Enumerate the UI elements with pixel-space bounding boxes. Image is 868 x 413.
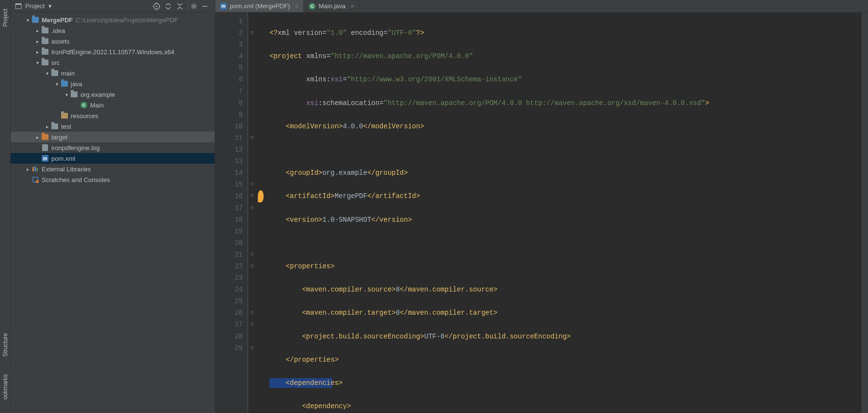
tree-item-assets[interactable]: ▸ assets (11, 36, 215, 46)
tree-item-java[interactable]: ▾ java (11, 78, 215, 89)
tree-item-test[interactable]: ▸ test (11, 121, 215, 132)
project-panel: Project ▾ ▾ MergePDF (11, 0, 215, 413)
code-token: xml version (278, 29, 322, 37)
code-token: <modelVersion> (269, 122, 343, 130)
project-tool-button[interactable]: Project (2, 5, 9, 31)
tree-item-src[interactable]: ▾ src (11, 57, 215, 68)
code-token: "1.0" (327, 29, 347, 37)
target-icon[interactable] (151, 0, 162, 12)
svg-rect-0 (16, 4, 21, 9)
structure-tool-button[interactable]: Structure (2, 329, 9, 361)
code-token: xmlns (306, 52, 327, 60)
code-token: <maven.compiler.source> (269, 286, 395, 293)
editor-body[interactable]: 1234567891011121314151617181920212223242… (215, 13, 868, 413)
code-token: </maven.compiler.source> (400, 286, 498, 293)
file-icon (41, 144, 49, 151)
class-icon: C (309, 3, 316, 10)
tree-item-package[interactable]: ▾ org.example (11, 89, 215, 100)
project-view-icon[interactable] (15, 2, 22, 10)
close-icon[interactable]: × (295, 2, 299, 10)
fold-column[interactable]: ⊟⊟⊡⊟⊟⊡⊟⊡⊡⊡ (248, 13, 256, 413)
settings-icon[interactable] (188, 0, 199, 12)
chevron-right-icon[interactable]: ▸ (34, 135, 41, 140)
tree-item-ironengine[interactable]: ▸ IronPdfEngine.2022.11.10577.Windows.x6… (11, 46, 215, 57)
chevron-right-icon[interactable]: ▸ (34, 49, 41, 55)
code-token: org.example (322, 169, 367, 177)
tree-label: External Libraries (42, 166, 91, 173)
svg-point-14 (36, 180, 39, 183)
tree-label: .idea (51, 27, 65, 34)
chevron-right-icon[interactable]: ▸ (44, 124, 50, 129)
tree-item-main[interactable]: ▾ main (11, 68, 215, 78)
code-token: <? (269, 29, 278, 37)
code-token: 8 (395, 286, 399, 293)
collapse-all-icon[interactable] (174, 0, 186, 12)
code-token: "UTF-8" (388, 29, 416, 37)
tree-label: java (71, 80, 82, 88)
code-token: encoding (347, 29, 384, 37)
error-stripe[interactable] (861, 13, 868, 413)
code-token: xmlns: (269, 76, 331, 83)
tree-item-log[interactable]: ironpdfengine.log (11, 142, 215, 153)
tree-item-resources[interactable]: resources (11, 110, 215, 121)
code-token: MergePDF (334, 192, 367, 200)
svg-rect-10 (32, 167, 34, 171)
tab-main-java[interactable]: C Main.java × (304, 0, 360, 12)
code-token: <properties> (269, 262, 334, 270)
folder-icon (50, 123, 59, 129)
chevron-right-icon[interactable]: ▸ (34, 28, 41, 33)
tree-label: IronPdfEngine.2022.11.10577.Windows.x64 (51, 48, 174, 56)
tree-label: assets (51, 38, 70, 45)
svg-point-3 (156, 5, 158, 7)
close-icon[interactable]: × (350, 2, 354, 10)
chevron-right-icon[interactable]: ▸ (34, 39, 41, 44)
hide-panel-icon[interactable] (199, 0, 211, 12)
expand-all-icon[interactable] (162, 0, 174, 12)
chevron-down-icon[interactable]: ▾ (53, 81, 60, 87)
chevron-down-icon[interactable]: ▾ (24, 17, 31, 23)
svg-point-8 (193, 5, 195, 7)
code-token: = (327, 52, 331, 60)
tree-item-pom[interactable]: m pom.xml (11, 153, 215, 164)
code-token (269, 99, 306, 107)
libraries-icon (31, 166, 40, 172)
chevron-down-icon[interactable]: ▾ (63, 92, 70, 97)
tree-item-idea[interactable]: ▸ .idea (11, 25, 215, 36)
maven-icon: m (41, 155, 49, 162)
code-token: <version> (269, 216, 322, 224)
bookmarks-tool-button[interactable]: ookmarks (2, 370, 9, 403)
excluded-folder-icon (41, 134, 49, 140)
tab-pom[interactable]: m pom.xml (MergePDF) × (215, 0, 304, 12)
folder-icon (41, 28, 49, 33)
intention-column[interactable] (256, 13, 266, 413)
tree-item-target[interactable]: ▸ target (11, 132, 215, 142)
code-token: 4.0.0 (343, 122, 363, 130)
editor-area: m pom.xml (MergePDF) × C Main.java × 123… (215, 0, 868, 413)
chevron-down-icon[interactable]: ▾ (34, 60, 41, 65)
folder-icon (41, 49, 49, 55)
chevron-down-icon[interactable]: ▾ (44, 71, 50, 76)
code-token: = (383, 29, 387, 37)
chevron-right-icon[interactable]: ▸ (24, 167, 31, 172)
chevron-down-icon[interactable]: ▾ (48, 2, 52, 10)
project-tree[interactable]: ▾ MergePDF C:\Users\hp\IdeaProjects\Merg… (11, 13, 215, 413)
code-content[interactable]: <?xml version="1.0" encoding="UTF-8"?> <… (266, 13, 861, 413)
code-token: <artifactId> (269, 192, 334, 200)
maven-icon: m (220, 3, 227, 10)
tree-item-external-libs[interactable]: ▸ External Libraries (11, 164, 215, 174)
tree-item-scratches[interactable]: Scratches and Consoles (11, 174, 215, 185)
code-token: "http://maven.apache.org/POM/4.0.0" (331, 52, 473, 60)
tree-label: target (51, 134, 67, 141)
tree-label: ironpdfengine.log (51, 144, 100, 152)
code-token: </project.build.sourceEncoding> (444, 333, 570, 340)
tree-root[interactable]: ▾ MergePDF C:\Users\hp\IdeaProjects\Merg… (11, 15, 215, 25)
scratches-icon (31, 176, 40, 183)
code-token: "http://www.w3.org/2001/XMLSchema-instan… (347, 76, 522, 83)
code-token: </groupId> (367, 169, 408, 177)
tree-label: src (51, 59, 60, 66)
code-token: xsi (331, 76, 343, 83)
tree-item-main-class[interactable]: C Main (11, 100, 215, 110)
tab-label: pom.xml (MergePDF) (230, 2, 290, 10)
tree-path: C:\Users\hp\IdeaProjects\MergePDF (76, 16, 178, 24)
intention-bulb-icon[interactable] (258, 190, 264, 202)
